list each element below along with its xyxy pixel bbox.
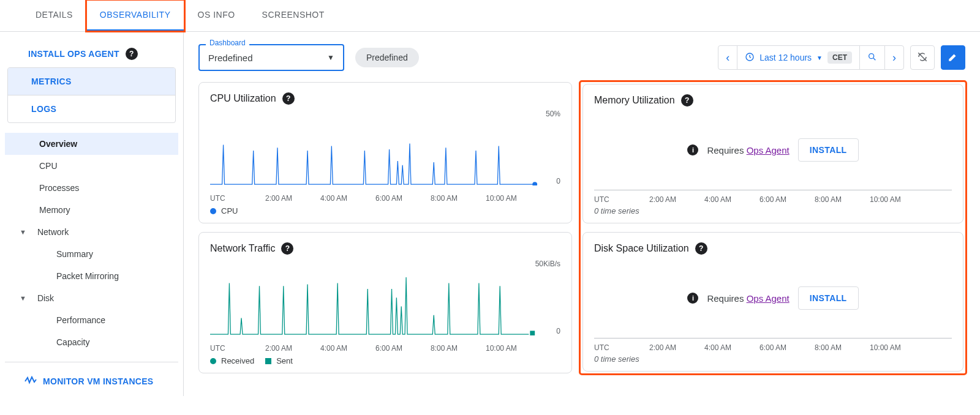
nav-network-summary[interactable]: Summary xyxy=(5,243,178,265)
disk-space-panel: Disk Space Utilization ? i Requires Ops … xyxy=(582,232,963,372)
main: Dashboard Predefined ▼ Predefined ‹ Last… xyxy=(184,32,980,396)
tab-observability[interactable]: OBSERVABILITY xyxy=(86,0,184,31)
time-range-button[interactable]: Last 12 hours ▼ CET xyxy=(737,46,859,69)
panel-title: Disk Space Utilization xyxy=(594,243,689,254)
pencil-icon xyxy=(948,51,959,64)
prev-range-button[interactable]: ‹ xyxy=(718,46,737,69)
search-time-button[interactable] xyxy=(859,46,884,69)
install-ops-agent-label: INSTALL OPS AGENT xyxy=(28,49,119,59)
nav-disk-label: Disk xyxy=(37,293,54,303)
help-icon[interactable]: ? xyxy=(126,48,138,60)
ops-agent-required: i Requires Ops Agent INSTALL xyxy=(594,258,952,338)
info-icon: i xyxy=(687,293,698,304)
info-icon: i xyxy=(687,144,698,155)
nav-network-label: Network xyxy=(37,227,69,237)
install-button[interactable]: INSTALL xyxy=(798,286,859,310)
svg-line-3 xyxy=(918,53,927,61)
time-range-label: Last 12 hours xyxy=(760,53,812,62)
y-min: 0 xyxy=(556,327,560,335)
nav-overview[interactable]: Overview xyxy=(5,133,178,155)
subtab-metrics[interactable]: METRICS xyxy=(8,68,175,95)
nav-network-packet-mirroring[interactable]: Packet Mirroring xyxy=(5,265,178,287)
monitor-link-label: MONITOR VM INSTANCES xyxy=(43,376,154,386)
help-icon[interactable]: ? xyxy=(281,242,293,255)
nav-disk-performance[interactable]: Performance xyxy=(5,309,178,331)
network-traffic-panel: Network Traffic ? 50KiB/s 0 UTC2:00 AM4:… xyxy=(198,232,572,373)
ops-agent-link[interactable]: Ops Agent xyxy=(747,145,790,155)
ops-agent-required: i Requires Ops Agent INSTALL xyxy=(594,110,952,190)
cpu-utilization-panel: CPU Utilization ? 50% 0 UTC2:00 AM4:00 A… xyxy=(198,82,572,223)
x-axis-ticks: UTC2:00 AM4:00 AM6:00 AM8:00 AM10:00 AM xyxy=(594,195,952,204)
nav-processes[interactable]: Processes xyxy=(5,177,178,199)
install-button[interactable]: INSTALL xyxy=(798,138,859,162)
auto-refresh-off-button[interactable] xyxy=(910,45,935,70)
ops-agent-link[interactable]: Ops Agent xyxy=(747,293,790,304)
nav-disk-capacity[interactable]: Capacity xyxy=(5,331,178,353)
toolbar: Dashboard Predefined ▼ Predefined ‹ Last… xyxy=(198,44,965,71)
y-max: 50% xyxy=(546,110,560,118)
monitor-vm-instances-link[interactable]: MONITOR VM INSTANCES xyxy=(5,371,178,391)
nav-cpu[interactable]: CPU xyxy=(5,155,178,177)
x-axis-ticks: UTC2:00 AM4:00 AM6:00 AM8:00 AM10:00 AM xyxy=(210,194,560,203)
x-axis-ticks: UTC2:00 AM4:00 AM6:00 AM8:00 AM10:00 AM xyxy=(210,344,560,353)
panel-title: Network Traffic xyxy=(210,243,275,254)
tab-details[interactable]: DETAILS xyxy=(22,0,86,31)
time-range-segmented: ‹ Last 12 hours ▼ CET › xyxy=(718,45,904,70)
predefined-chip[interactable]: Predefined xyxy=(355,48,419,67)
svg-rect-5 xyxy=(530,331,535,335)
edit-dashboard-button[interactable] xyxy=(941,45,965,70)
nav-network-group[interactable]: ▼ Network xyxy=(5,221,178,243)
subtab-logs[interactable]: LOGS xyxy=(8,95,175,122)
time-series-count: 0 time series xyxy=(594,206,952,215)
nav-memory[interactable]: Memory xyxy=(5,199,178,221)
memory-utilization-panel: Memory Utilization ? i Requires Ops Agen… xyxy=(582,84,963,223)
time-controls: ‹ Last 12 hours ▼ CET › xyxy=(718,45,965,70)
cpu-chart[interactable]: 50% 0 xyxy=(210,108,560,194)
caret-down-icon: ▼ xyxy=(327,53,334,62)
nav-disk-group[interactable]: ▼ Disk xyxy=(5,287,178,309)
chevron-left-icon: ‹ xyxy=(726,51,729,64)
caret-down-icon: ▼ xyxy=(20,294,26,302)
x-axis-ticks: UTC2:00 AM4:00 AM6:00 AM8:00 AM10:00 AM xyxy=(594,343,952,352)
panel-title: Memory Utilization xyxy=(594,95,675,106)
sidebar: INSTALL OPS AGENT ? METRICS LOGS Overvie… xyxy=(0,32,184,396)
caret-down-icon: ▼ xyxy=(816,54,823,61)
dashboard-select[interactable]: Dashboard Predefined ▼ xyxy=(198,44,344,71)
help-icon[interactable]: ? xyxy=(695,242,707,255)
time-series-count: 0 time series xyxy=(594,354,952,364)
help-icon[interactable]: ? xyxy=(681,94,693,107)
caret-down-icon: ▼ xyxy=(20,228,26,236)
dashboard-value: Predefined xyxy=(208,53,327,63)
chevron-right-icon: › xyxy=(892,51,896,64)
install-ops-agent-button[interactable]: INSTALL OPS AGENT ? xyxy=(5,44,178,67)
tab-screenshot[interactable]: SCREENSHOT xyxy=(249,0,338,31)
monitor-icon xyxy=(24,375,37,387)
dashboard-field-label: Dashboard xyxy=(206,39,249,47)
next-range-button[interactable]: › xyxy=(884,46,903,69)
top-tabs: DETAILS OBSERVABILITY OS INFO SCREENSHOT xyxy=(0,0,980,32)
help-icon[interactable]: ? xyxy=(282,92,295,105)
legend: Received Sent xyxy=(210,356,560,365)
legend: CPU xyxy=(210,206,560,215)
svg-line-2 xyxy=(873,58,875,60)
timezone-chip: CET xyxy=(827,51,852,64)
panel-title: CPU Utilization xyxy=(210,93,276,104)
clock-icon xyxy=(745,52,755,64)
refresh-off-icon xyxy=(917,51,928,64)
tab-os-info[interactable]: OS INFO xyxy=(184,0,249,31)
y-min: 0 xyxy=(556,177,560,185)
svg-point-4 xyxy=(532,182,537,185)
svg-point-1 xyxy=(869,53,874,58)
network-chart[interactable]: 50KiB/s 0 xyxy=(210,258,560,344)
search-icon xyxy=(867,52,877,64)
